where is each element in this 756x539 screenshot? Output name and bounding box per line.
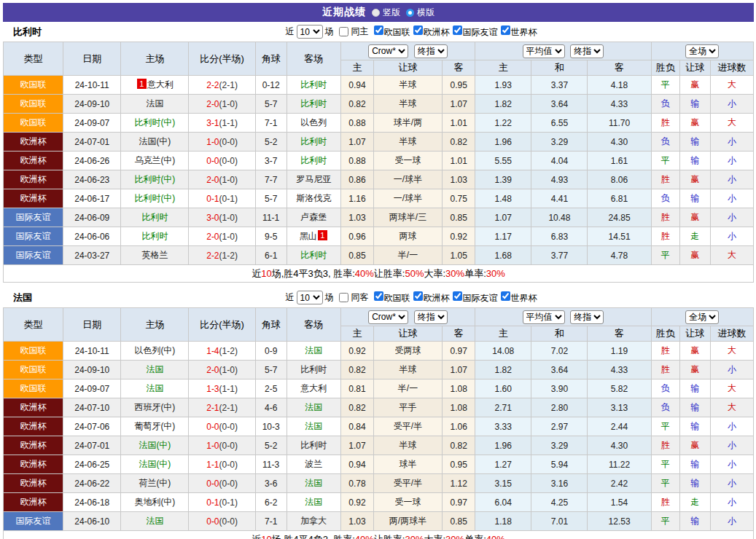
league-checkbox[interactable] — [453, 291, 462, 301]
result-handicap: 输 — [679, 417, 710, 436]
radio-vertical-icon[interactable] — [372, 9, 380, 17]
match-count-select[interactable]: 10 — [297, 25, 323, 39]
result-handicap: 输 — [679, 379, 710, 398]
avg-stage-select[interactable]: 终指 — [570, 310, 604, 324]
halftime-score: (0-1) — [219, 497, 238, 508]
fulltime-score: 2-0 — [206, 175, 219, 185]
league-checkbox[interactable] — [501, 291, 510, 301]
result-handicap: 输 — [679, 133, 710, 152]
away-team: 法国 — [287, 342, 340, 361]
radio-horizontal-icon[interactable] — [406, 9, 414, 17]
avg-draw: 3.64 — [531, 361, 588, 379]
avg-draw: 3.77 — [531, 246, 588, 265]
avg-stage-select[interactable]: 终指 — [570, 44, 604, 58]
odds-away: 0.85 — [443, 208, 475, 227]
match-date: 24-06-26 — [63, 152, 121, 170]
match-row: 欧洲杯24-06-17比利时(中)0-1(0-1)5-7斯洛伐克1.16一/球半… — [4, 189, 754, 208]
same-venue-checkbox[interactable] — [339, 27, 348, 36]
away-team: 法国 — [287, 493, 340, 512]
col-handicap-result: 让球 — [679, 60, 710, 76]
avg-home: 1.48 — [475, 189, 531, 208]
match-row: 欧国联24-10-111意大利2-2(2-1)0-12比利时0.94半球0.95… — [4, 76, 754, 95]
avg-select[interactable]: 平均值 — [523, 44, 565, 58]
odds-home: 0.92 — [340, 493, 373, 512]
avg-draw: 7.02 — [531, 342, 588, 361]
avg-away: 11.70 — [588, 114, 651, 133]
result-handicap: 输 — [679, 512, 710, 531]
fulltime-score: 1-0 — [206, 441, 219, 451]
avg-select[interactable]: 平均值 — [523, 310, 565, 324]
same-venue-checkbox[interactable] — [339, 293, 348, 302]
league-badge: 欧国联 — [4, 342, 63, 361]
league-badge: 欧洲杯 — [4, 436, 63, 455]
home-team: 1意大利 — [121, 76, 189, 95]
league-checkbox[interactable] — [374, 25, 383, 35]
result-goals: 大 — [710, 246, 753, 265]
avg-home: 3.15 — [475, 474, 531, 493]
halftime-score: (1-2) — [219, 251, 238, 261]
avg-draw: 4.04 — [531, 152, 588, 170]
col-goals-result: 进球数 — [710, 60, 753, 76]
match-count-select[interactable]: 10 — [297, 291, 323, 304]
odds-stage-select[interactable]: 终指 — [414, 310, 448, 324]
odds-stage-select[interactable]: 终指 — [414, 44, 448, 58]
avg-away: 2.44 — [588, 417, 651, 436]
col-score: 比分(半场) — [189, 308, 255, 342]
fulltime-score: 0-0 — [206, 156, 219, 166]
avg-draw: 3.29 — [531, 436, 588, 455]
result-goals: 小 — [710, 455, 753, 474]
odds-home: 0.94 — [340, 76, 373, 95]
handicap-line: 两球半/三 — [373, 208, 442, 227]
home-team: 英格兰 — [121, 246, 189, 265]
avg-home: 1.82 — [475, 95, 531, 114]
summary-text: 大率: — [424, 533, 445, 539]
fulltime-score: 2-1 — [206, 403, 219, 413]
away-team-name: 比利时 — [300, 364, 327, 374]
score: 1-0(0-0) — [189, 436, 255, 455]
radio-horizontal-label[interactable]: 横版 — [417, 7, 434, 19]
scope-select[interactable]: 全场 — [685, 310, 719, 324]
odds-source-select[interactable]: Crow* — [368, 44, 408, 58]
match-row: 欧国联24-09-07法国1-3(1-1)2-5意大利0.81半/一1.081.… — [4, 379, 754, 398]
odds-source-select[interactable]: Crow* — [368, 310, 408, 324]
odds-away: 1.05 — [443, 246, 475, 265]
league-checkbox[interactable] — [453, 25, 462, 35]
summary-stat-value: 30% — [405, 534, 424, 539]
home-team: 法国 — [121, 95, 189, 114]
match-row: 欧洲杯24-06-23比利时(中)2-0(1-0)7-7罗马尼亚0.86一/球半… — [4, 170, 754, 189]
league-badge: 欧国联 — [4, 361, 63, 379]
league-checkbox[interactable] — [374, 291, 383, 301]
fulltime-score: 0-0 — [206, 479, 219, 489]
score: 2-1(2-1) — [189, 398, 255, 417]
result-goals: 小 — [710, 95, 753, 114]
odds-away: 0.75 — [443, 189, 475, 208]
result-goals: 大 — [710, 398, 753, 417]
games-label: 场 — [325, 291, 334, 304]
radio-vertical-label[interactable]: 竖版 — [383, 7, 400, 19]
home-team-name: 法国 — [146, 364, 163, 374]
odds-home: 0.85 — [340, 246, 373, 265]
scope-select[interactable]: 全场 — [685, 44, 719, 58]
layout-radio-vertical[interactable]: 竖版 — [372, 7, 400, 19]
league-checkbox[interactable] — [501, 25, 510, 35]
avg-draw: 3.64 — [531, 95, 588, 114]
away-team-name: 比利时 — [300, 98, 327, 109]
result-goals: 大 — [710, 379, 753, 398]
score: 0-0(0-0) — [189, 417, 255, 436]
handicap-line: 半/一 — [373, 379, 442, 398]
avg-home: 1.96 — [475, 133, 531, 152]
match-date: 24-07-06 — [63, 417, 121, 436]
result-handicap: 赢 — [679, 246, 710, 265]
league-badge: 国际友谊 — [4, 208, 63, 227]
layout-radio-horizontal[interactable]: 横版 — [406, 7, 434, 19]
result-outcome: 胜 — [651, 114, 679, 133]
corner-count: 7-7 — [255, 170, 287, 189]
league-checkbox[interactable] — [413, 25, 423, 35]
home-team-name: 比利时(中) — [134, 174, 175, 184]
result-outcome: 胜 — [651, 208, 679, 227]
league-checkbox[interactable] — [413, 291, 423, 301]
home-team: 比利时 — [121, 227, 189, 246]
away-team-name: 罗马尼亚 — [296, 174, 331, 184]
odds-home: 0.82 — [340, 361, 373, 379]
corner-count: 6-1 — [255, 246, 287, 265]
